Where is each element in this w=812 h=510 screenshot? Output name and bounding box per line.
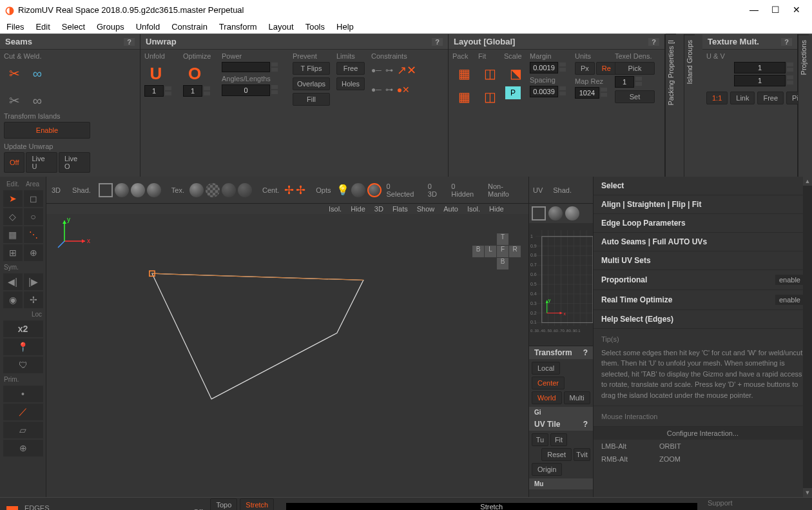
fit-icon[interactable]: ◫: [479, 63, 500, 84]
viewport-canvas[interactable]: T B L F R B x y: [46, 214, 528, 497]
grid-tool-icon[interactable]: ▦: [3, 226, 23, 243]
circle-select-icon[interactable]: ○: [24, 208, 43, 225]
link-button[interactable]: Link: [730, 92, 755, 104]
tex-sphere-check-icon[interactable]: [206, 183, 220, 197]
uv-frame-icon[interactable]: [532, 206, 546, 221]
face-icon[interactable]: ▱: [3, 422, 43, 438]
unfold-icon[interactable]: U: [146, 63, 166, 84]
scale-icon[interactable]: ⬔: [505, 63, 526, 84]
cut-icon[interactable]: ✂: [5, 63, 23, 84]
uv-sphere2-icon[interactable]: [565, 206, 579, 221]
rez-spinner[interactable]: [601, 87, 607, 99]
transform-help-icon[interactable]: ?: [583, 348, 588, 357]
isol-button[interactable]: Isol.: [329, 205, 342, 213]
uvtile-help-icon[interactable]: ?: [583, 420, 588, 429]
multi-button[interactable]: Multi: [564, 391, 590, 404]
menu-select[interactable]: Select: [62, 22, 85, 32]
shade-sphere-3-icon[interactable]: [147, 183, 161, 197]
shade-sphere-1-icon[interactable]: [115, 183, 129, 197]
tex-sphere-1-icon[interactable]: [189, 183, 204, 197]
island-icon[interactable]: ⊕: [3, 440, 43, 456]
pick-button[interactable]: Pick: [615, 62, 655, 75]
u-spinner[interactable]: [787, 62, 793, 74]
nav-cube[interactable]: T B L F R B: [472, 233, 521, 270]
menu-groups[interactable]: Groups: [97, 22, 124, 32]
3d-button[interactable]: 3D: [374, 205, 383, 213]
maprez-value[interactable]: 1: [615, 76, 634, 88]
liveo-button[interactable]: Live O: [59, 152, 90, 173]
set-button[interactable]: Set: [615, 90, 655, 103]
multiu-tab[interactable]: Mu: [534, 480, 543, 487]
navcube-right[interactable]: R: [509, 246, 521, 257]
navcube-top[interactable]: T: [497, 233, 508, 245]
show-button[interactable]: Show: [417, 205, 435, 213]
rp-edgeloop[interactable]: Edge Loop Parameters: [594, 214, 812, 233]
liveu-button[interactable]: Live U: [26, 152, 57, 173]
opt-sphere-ring-icon[interactable]: [367, 183, 382, 197]
arrow-tool-icon[interactable]: ➤: [3, 190, 23, 207]
unpin2-icon[interactable]: ●✕: [397, 84, 410, 95]
rect-select-icon[interactable]: ◻: [24, 190, 43, 207]
menu-constrain[interactable]: Constrain: [171, 22, 208, 32]
reset-button[interactable]: Reset: [541, 448, 572, 461]
uv-grid[interactable]: 1 0.9 0.8 0.7 0.6 0.5 0.4 0.3 0.2 0.1 0.…: [529, 223, 593, 346]
fit2-icon[interactable]: ◫: [479, 86, 500, 107]
isol2-button[interactable]: Isol.: [467, 205, 480, 213]
rp-helpselect[interactable]: Help Select (Edges): [594, 310, 812, 329]
pin-tool-icon[interactable]: 📍: [3, 338, 43, 355]
unwrap-help-icon[interactable]: ?: [432, 38, 443, 46]
realtime-enable-button[interactable]: enable: [775, 295, 804, 305]
tex-sphere-4-icon[interactable]: [238, 183, 252, 197]
v-value[interactable]: 1: [734, 75, 786, 86]
rp-select[interactable]: Select: [594, 177, 812, 195]
sym-right-icon[interactable]: |▶: [24, 273, 43, 290]
rp-align[interactable]: Align | Straighten | Flip | Fit: [594, 195, 812, 214]
x2-button[interactable]: x2: [3, 320, 43, 337]
menu-tools[interactable]: Tools: [305, 22, 325, 32]
spacing-spinner[interactable]: [559, 86, 566, 97]
gizmo-tab[interactable]: Gi: [534, 409, 541, 416]
menu-transform[interactable]: Transform: [219, 22, 257, 32]
navcube-back[interactable]: B: [472, 246, 484, 257]
spacing-value[interactable]: 0.0039: [530, 86, 558, 97]
opt-sphere-icon[interactable]: [351, 183, 365, 197]
power-spinner[interactable]: [271, 62, 278, 72]
power-value[interactable]: [222, 62, 270, 72]
layout-help-icon[interactable]: ?: [648, 38, 659, 46]
v-spinner[interactable]: [787, 75, 793, 86]
menu-help[interactable]: Help: [336, 22, 354, 32]
rp-proportional[interactable]: Proportionalenable: [594, 270, 812, 290]
hide2-button[interactable]: Hide: [489, 205, 504, 213]
frame-icon[interactable]: [99, 183, 113, 197]
tflips-button[interactable]: T Flips: [293, 62, 330, 75]
cut-tool-icon[interactable]: ✂: [5, 90, 23, 111]
flats-button[interactable]: Flats: [392, 205, 408, 213]
angles-spinner[interactable]: [271, 84, 278, 96]
optimize-icon[interactable]: O: [184, 63, 205, 84]
navcube-left[interactable]: L: [485, 246, 496, 257]
world-button[interactable]: World: [532, 391, 562, 404]
shield-icon[interactable]: 🛡: [3, 357, 43, 373]
camera-icon[interactable]: ◉: [3, 291, 23, 308]
local-button[interactable]: Local: [532, 362, 560, 375]
pin2-icon[interactable]: ●─: [371, 85, 382, 94]
scroll-up-icon[interactable]: ▲: [803, 177, 812, 186]
center-button[interactable]: Center: [532, 377, 565, 389]
navcube-front[interactable]: F: [497, 246, 508, 257]
overlaps-button[interactable]: Overlaps: [293, 77, 330, 90]
seams-help-icon[interactable]: ?: [124, 38, 135, 46]
margin-spinner[interactable]: [559, 62, 566, 74]
pack2-icon[interactable]: ▦: [454, 86, 474, 107]
margin-value[interactable]: 0.0019: [530, 62, 558, 74]
unpin-icon[interactable]: ↗✕: [397, 63, 416, 77]
center-1-icon[interactable]: ✢: [284, 183, 294, 197]
minimize-button[interactable]: —: [749, 5, 759, 15]
texmult-help-icon[interactable]: ?: [781, 38, 792, 46]
angles-value[interactable]: 0: [222, 84, 270, 96]
optimize-value[interactable]: 1: [183, 85, 202, 97]
menu-files[interactable]: Files: [6, 22, 24, 32]
tu-button[interactable]: Tu: [532, 433, 548, 446]
constraint2-icon[interactable]: ⊶: [385, 85, 393, 94]
sphere-tool-icon[interactable]: ⊕: [24, 244, 43, 261]
side-tab-packing[interactable]: Packing Properties [I: [666, 34, 676, 111]
